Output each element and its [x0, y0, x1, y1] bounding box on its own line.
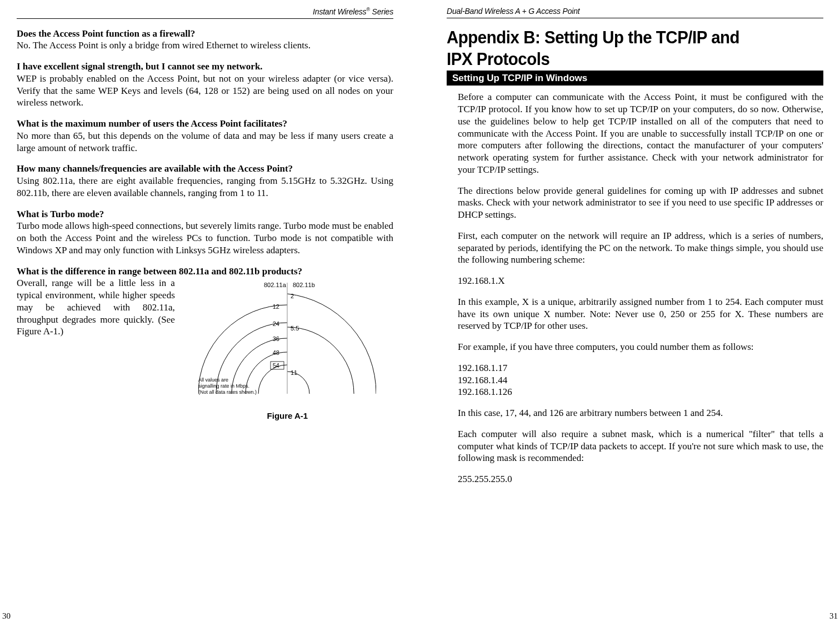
- page-right: Dual-Band Wireless A + G Access Point Ap…: [420, 7, 840, 627]
- header-title: Instant Wireless: [313, 7, 366, 16]
- svg-text:12: 12: [273, 303, 279, 310]
- svg-text:24: 24: [273, 320, 279, 327]
- svg-text:(Not all data rates shown.): (Not all data rates shown.): [198, 389, 257, 395]
- qa-answer: No more than 65, but this depends on the…: [17, 130, 393, 154]
- header-suffix: Series: [370, 7, 393, 16]
- qa-answer: Using 802.11a, there are eight available…: [17, 175, 393, 199]
- qa-answer: Turbo mode allows high-speed connections…: [17, 220, 393, 256]
- ip-examples-block: 192.168.1.17 192.168.1.44 192.168.1.126: [447, 362, 823, 398]
- qa-answer: WEP is probably enabled on the Access Po…: [17, 73, 393, 109]
- chart-label-b: 802.11b: [293, 282, 315, 288]
- qa-question: Does the Access Point function as a fire…: [17, 28, 393, 40]
- qa-block: How many channels/frequencies are availa…: [17, 163, 393, 199]
- qa-question: I have excellent signal strength, but I …: [17, 61, 393, 73]
- qa-question: What is Turbo mode?: [17, 208, 393, 220]
- page-number-left: 30: [2, 611, 11, 621]
- page-header-left: Instant Wireless® Series: [17, 7, 393, 19]
- qa-block: What is the maximum number of users the …: [17, 118, 393, 154]
- figure-a1: 802.11a 802.11b 12 24 36 48 54 2 5.5 11: [182, 277, 393, 421]
- svg-text:11: 11: [291, 369, 297, 376]
- figure-caption: Figure A-1: [182, 410, 393, 421]
- page-left: Instant Wireless® Series Does the Access…: [0, 7, 420, 627]
- content-left: Does the Access Point function as a fire…: [17, 28, 393, 627]
- range-block: Overall, range will be a little less in …: [17, 277, 393, 421]
- section-bar: Setting Up TCP/IP in Windows: [447, 71, 823, 86]
- page-header-right: Dual-Band Wireless A + G Access Point: [447, 7, 823, 18]
- appendix-title-line1: Appendix B: Setting Up the TCP/IP and: [447, 27, 793, 48]
- body-para: In this example, X is a unique, arbitrar…: [447, 296, 823, 332]
- svg-text:All values are: All values are: [198, 377, 228, 383]
- svg-text:54: 54: [273, 362, 279, 369]
- svg-text:5.5: 5.5: [291, 325, 299, 332]
- svg-text:signalling rate in Mbps.: signalling rate in Mbps.: [198, 383, 249, 389]
- qa-question: What is the maximum number of users the …: [17, 118, 393, 130]
- svg-text:36: 36: [273, 335, 279, 342]
- appendix-title-line2: IPX Protocols: [447, 49, 793, 69]
- body-para: First, each computer on the network will…: [447, 230, 823, 266]
- body-para: For example, if you have three computers…: [447, 341, 823, 353]
- subnet-mask: 255.255.255.0: [447, 473, 823, 485]
- header-text-right: Dual-Band Wireless A + G Access Point: [447, 7, 580, 17]
- qa-block: What is the difference in range between …: [17, 265, 393, 422]
- subnet-block: 255.255.255.0: [447, 473, 823, 485]
- ip-scheme: 192.168.1.X: [447, 275, 823, 287]
- qa-block: Does the Access Point function as a fire…: [17, 28, 393, 52]
- body-para: Each computer will also require a subnet…: [447, 428, 823, 464]
- range-chart-svg: 802.11a 802.11b 12 24 36 48 54 2 5.5 11: [198, 277, 376, 405]
- ip-example: 192.168.1.44: [447, 374, 823, 387]
- content-right: Appendix B: Setting Up the TCP/IP and IP…: [447, 27, 823, 627]
- body-para: The directions below provide general gui…: [447, 185, 823, 221]
- chart-label-a: 802.11a: [264, 282, 287, 288]
- ip-example: 192.168.1.126: [447, 386, 823, 398]
- svg-text:2: 2: [291, 293, 294, 299]
- qa-block: I have excellent signal strength, but I …: [17, 61, 393, 109]
- qa-block: What is Turbo mode? Turbo mode allows hi…: [17, 208, 393, 257]
- qa-answer: No. The Access Point is only a bridge fr…: [17, 39, 393, 52]
- body-para: Before a computer can communicate with t…: [447, 91, 823, 175]
- qa-answer: Overall, range will be a little less in …: [17, 277, 175, 421]
- body-para: In this case, 17, 44, and 126 are arbitr…: [447, 407, 823, 419]
- qa-question: How many channels/frequencies are availa…: [17, 163, 393, 175]
- svg-text:48: 48: [273, 349, 279, 356]
- ip-example: 192.168.1.17: [447, 362, 823, 374]
- page-number-right: 31: [829, 611, 838, 621]
- ip-scheme-block: 192.168.1.X: [447, 275, 823, 287]
- qa-question: What is the difference in range between …: [17, 265, 393, 278]
- header-text-left: Instant Wireless® Series: [313, 7, 393, 17]
